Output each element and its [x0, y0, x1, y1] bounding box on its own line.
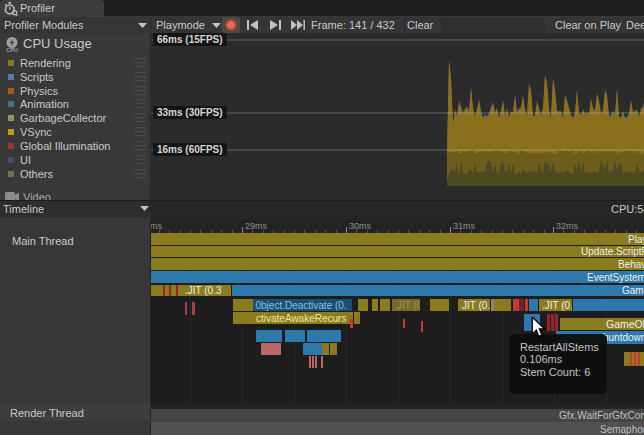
svg-text:CPU: CPU	[6, 47, 18, 53]
